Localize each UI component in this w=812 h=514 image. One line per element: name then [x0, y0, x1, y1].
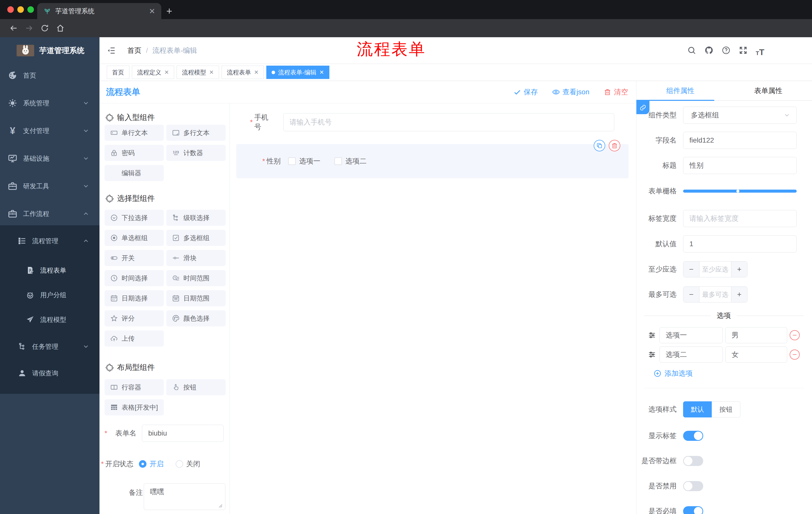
palette-item-rate[interactable]: 评分: [105, 310, 164, 326]
sidebar-item-task-management[interactable]: 任务管理: [0, 336, 99, 357]
show-label-toggle[interactable]: [683, 431, 703, 441]
reload-icon[interactable]: [40, 24, 49, 33]
stepper-increase-button[interactable]: +: [731, 262, 747, 277]
palette-item-password[interactable]: 密码: [105, 145, 164, 161]
form-remark-textarea[interactable]: 嘿嘿: [144, 483, 225, 510]
search-icon[interactable]: [687, 46, 696, 55]
remove-option-button[interactable]: −: [790, 330, 800, 340]
with-border-toggle[interactable]: [683, 456, 703, 466]
palette-item-select[interactable]: 下拉选择: [105, 210, 164, 226]
tab-component-props[interactable]: 组件属性: [636, 81, 724, 100]
tag-close-icon[interactable]: ✕: [164, 69, 169, 76]
copy-component-button[interactable]: [594, 140, 605, 152]
sidebar-item-user-groups[interactable]: 用户分组: [0, 285, 99, 305]
palette-item-button[interactable]: 按钮: [166, 379, 226, 395]
palette-item-cascader[interactable]: 级联选择: [166, 210, 226, 226]
clear-button[interactable]: 清空: [604, 87, 628, 97]
palette-item-upload[interactable]: 上传: [105, 330, 164, 347]
palette-item-time-picker[interactable]: 时间选择: [105, 270, 164, 286]
sidebar-item-workflow[interactable]: 工作流程: [0, 204, 99, 224]
browser-tab[interactable]: 芋道管理系统 ✕: [37, 3, 161, 19]
form-name-input[interactable]: [142, 425, 224, 442]
sidebar-collapse-icon[interactable]: [107, 46, 116, 55]
tag-close-icon[interactable]: ✕: [254, 69, 259, 76]
radio-off-unselected[interactable]: [176, 460, 183, 468]
window-minimize-button[interactable]: [17, 6, 24, 13]
palette-item-counter[interactable]: 123计数器: [166, 145, 226, 161]
tag-process-definition[interactable]: 流程定义✕: [132, 65, 174, 79]
view-json-button[interactable]: 查看json: [552, 87, 589, 97]
remove-option-button[interactable]: −: [790, 350, 800, 360]
delete-component-button[interactable]: [609, 140, 620, 152]
sidebar-logo[interactable]: 芋道管理系统: [0, 39, 99, 62]
title-input[interactable]: [683, 157, 797, 174]
sidebar-item-home[interactable]: 首页: [0, 65, 99, 85]
palette-item-checkbox-group[interactable]: 多选框组: [166, 230, 226, 246]
palette-item-radio-group[interactable]: 单选框组: [105, 230, 164, 246]
status-off-label[interactable]: 关闭: [186, 459, 200, 469]
canvas-field-gender[interactable]: * 性别 选项一 选项二: [262, 156, 367, 166]
gender-checkbox-2[interactable]: [335, 157, 342, 165]
option-1-label-input[interactable]: [660, 327, 723, 343]
label-width-input[interactable]: [683, 210, 797, 227]
tag-home[interactable]: 首页: [107, 65, 129, 79]
tag-close-icon[interactable]: ✕: [319, 69, 324, 76]
palette-item-slider[interactable]: 滑块: [166, 250, 226, 266]
add-option-button[interactable]: 添加选项: [654, 369, 693, 378]
window-zoom-button[interactable]: [27, 6, 34, 13]
palette-item-table[interactable]: 表格[开发中]: [105, 399, 164, 415]
palette-item-time-range[interactable]: 时间范围: [166, 270, 226, 286]
resize-handle-icon[interactable]: [218, 504, 223, 509]
option-2-label-input[interactable]: [660, 347, 723, 362]
style-button-button[interactable]: 按钮: [712, 401, 741, 417]
stepper-decrease-button[interactable]: −: [684, 262, 699, 277]
new-tab-button[interactable]: +: [166, 7, 172, 15]
max-select-placeholder[interactable]: 最多可选: [699, 287, 731, 302]
palette-item-textarea[interactable]: 多行文本: [166, 125, 226, 141]
canvas-field-phone[interactable]: * 手机号: [250, 113, 614, 131]
option-1-value-input[interactable]: [725, 327, 787, 343]
gender-checkbox-1[interactable]: [288, 157, 296, 165]
home-icon[interactable]: [56, 24, 65, 33]
form-grid-slider[interactable]: [683, 190, 797, 193]
sidebar-item-system[interactable]: 系统管理: [0, 93, 99, 113]
sidebar-item-leave-query[interactable]: 请假查询: [0, 363, 99, 383]
drag-handle-icon[interactable]: [647, 331, 657, 340]
palette-item-color-picker[interactable]: 颜色选择: [166, 310, 226, 326]
tag-close-icon[interactable]: ✕: [209, 69, 213, 76]
min-select-placeholder[interactable]: 至少应选: [699, 262, 731, 277]
sidebar-item-payment[interactable]: ¥ 支付管理: [0, 121, 99, 141]
palette-item-date-range[interactable]: 日期范围: [166, 290, 226, 306]
forward-icon[interactable]: [25, 24, 34, 33]
palette-item-date-picker[interactable]: 日期选择: [105, 290, 164, 306]
field-name-input[interactable]: [683, 132, 797, 149]
sidebar-item-process-model[interactable]: 流程模型: [0, 309, 99, 330]
back-icon[interactable]: [9, 24, 18, 33]
palette-item-switch[interactable]: 开关: [105, 250, 164, 266]
stepper-increase-button[interactable]: +: [731, 287, 747, 302]
default-value-input[interactable]: [683, 235, 797, 252]
font-size-icon[interactable]: TT: [756, 47, 764, 57]
breadcrumb-home[interactable]: 首页: [127, 46, 141, 55]
palette-item-single-text[interactable]: 单行文本: [105, 125, 164, 141]
status-on-label[interactable]: 开启: [149, 459, 164, 469]
sidebar-item-process-form[interactable]: 流程表单: [0, 260, 99, 280]
component-type-select[interactable]: 多选框组: [683, 107, 797, 124]
required-toggle[interactable]: [683, 506, 703, 514]
radio-on-selected[interactable]: [139, 460, 146, 468]
option-2-value-input[interactable]: [725, 347, 787, 362]
gender-option-2-label[interactable]: 选项二: [345, 156, 367, 166]
palette-item-editor[interactable]: 编辑器: [105, 165, 164, 181]
palette-item-row-container[interactable]: 行容器: [105, 379, 164, 395]
sidebar-item-process-management[interactable]: 流程管理: [0, 231, 99, 251]
tab-form-props[interactable]: 表单属性: [724, 81, 812, 100]
gender-option-1-label[interactable]: 选项一: [299, 156, 320, 166]
phone-field-input[interactable]: [283, 113, 614, 131]
form-canvas[interactable]: * 手机号 * 性别 选项一 选项二: [230, 103, 636, 514]
canvas-selected-component[interactable]: * 性别 选项一 选项二: [236, 144, 629, 178]
sidebar-item-dev-tools[interactable]: 研发工具: [0, 176, 99, 196]
tab-close-icon[interactable]: ✕: [149, 7, 155, 16]
style-default-button[interactable]: 默认: [683, 401, 712, 417]
help-icon[interactable]: [722, 46, 731, 55]
fullscreen-icon[interactable]: [738, 46, 748, 55]
